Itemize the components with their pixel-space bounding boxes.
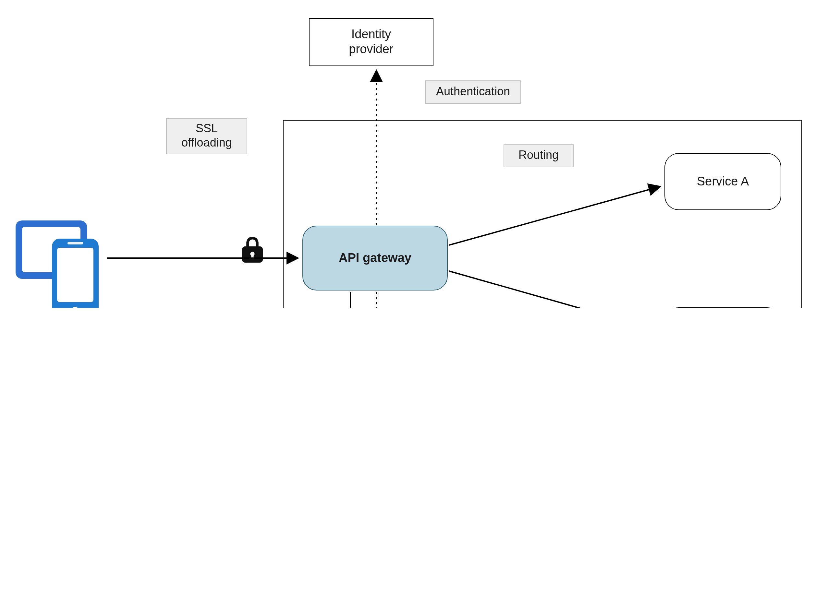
routing-label: Routing	[503, 144, 574, 167]
svg-rect-6	[57, 248, 93, 302]
diagram-canvas: Identity provider SSL offloading Authent…	[0, 0, 840, 308]
service-a-node: Service A	[665, 153, 781, 210]
identity-provider-node: Identity provider	[309, 18, 434, 66]
svg-rect-5	[52, 239, 99, 308]
svg-point-7	[72, 307, 78, 308]
svg-rect-8	[68, 242, 83, 245]
service-b-node: Service B	[665, 307, 781, 308]
svg-rect-4	[22, 227, 81, 272]
authentication-label: Authentication	[425, 81, 521, 104]
lock-icon	[241, 237, 263, 264]
client-devices-icon	[14, 215, 108, 308]
api-gateway-node: API gateway	[302, 226, 448, 290]
svg-rect-3	[16, 220, 87, 279]
ssl-offloading-label: SSL offloading	[166, 118, 247, 154]
